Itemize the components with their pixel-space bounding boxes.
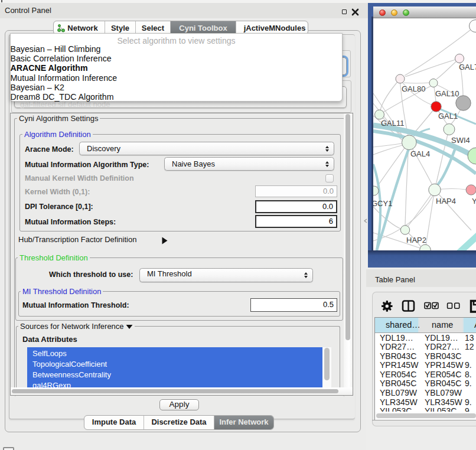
- svg-text:GAL1: GAL1: [438, 112, 458, 120]
- svg-text:GCY1: GCY1: [373, 199, 392, 208]
- svg-text:GAL10: GAL10: [435, 89, 459, 98]
- svg-text:HAP2: HAP2: [406, 236, 426, 244]
- svg-text:GAL11: GAL11: [381, 119, 405, 128]
- svg-text:GAL7: GAL7: [459, 63, 476, 71]
- svg-text:GAL80: GAL80: [402, 84, 425, 93]
- svg-text:SWI4: SWI4: [451, 136, 470, 145]
- svg-text:GAL4: GAL4: [410, 149, 430, 158]
- svg-text:Y: Y: [472, 197, 476, 206]
- svg-text:HAP4: HAP4: [436, 197, 456, 206]
